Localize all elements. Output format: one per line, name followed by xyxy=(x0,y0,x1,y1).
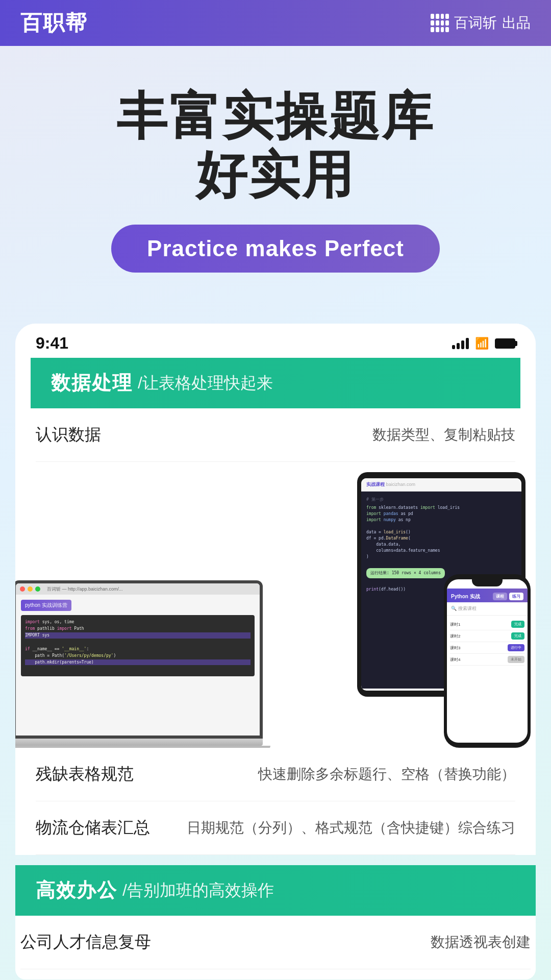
iphone-tab-course[interactable]: 课程 xyxy=(493,593,507,600)
row-label: 公司人才信息复母 xyxy=(20,931,151,953)
signal-icon xyxy=(452,338,469,349)
row-desc: 快速删除多余标题行、空格（替换功能） xyxy=(158,764,515,785)
macbook-course-title: python 实战训练营 xyxy=(21,600,71,611)
macbook-code: import sys, os, time from pathlib import… xyxy=(21,615,255,676)
list-item-label: 课时2 xyxy=(450,633,460,639)
iphone-title: Python 实战 xyxy=(451,593,480,600)
iphone-screen: Python 实战 课程 练习 🔍 搜索课程 课时1 完成 xyxy=(447,579,528,743)
iphone-frame: Python 实战 课程 练习 🔍 搜索课程 课时1 完成 xyxy=(444,574,531,748)
row-label: 认识数据 xyxy=(36,424,158,446)
row-label: 残缺表格规范 xyxy=(36,763,158,786)
category1-title: 数据处理 xyxy=(51,370,133,396)
list-item-badge: 进行中 xyxy=(508,644,524,651)
list-item-label: 课时3 xyxy=(450,645,460,651)
app-header: 百职帮 百词斩 出品 xyxy=(0,0,551,46)
macbook-title-bar: 百词斩 — http://app.baicizhan.com/... xyxy=(47,586,123,593)
brand-section: 百词斩 出品 xyxy=(431,13,531,33)
row-label: 物流仓储表汇总 xyxy=(36,817,158,839)
table-row: 认识数据 数据类型、复制粘贴技 xyxy=(36,408,515,462)
row-desc: 日期规范（分列）、格式规范（含快捷键）综合练习 xyxy=(158,817,515,839)
hero-section: 丰富实操题库 好实用 Practice makes Perfect xyxy=(0,46,551,324)
iphone-header: Python 实战 课程 练习 xyxy=(447,589,528,602)
macbook-foot xyxy=(15,746,270,748)
devices-showcase: 百词斩 — http://app.baicizhan.com/... pytho… xyxy=(15,462,536,748)
macbook-device: 百词斩 — http://app.baicizhan.com/... pytho… xyxy=(15,580,270,748)
ipad-header: 实战课程 baicizhan.com xyxy=(361,478,521,492)
brand-name: 百词斩 xyxy=(454,13,497,33)
battery-icon xyxy=(495,338,515,349)
device-card: 9:41 📶 数据处理 /让表格处理快起来 认识数据 数据类型、复制粘贴技 xyxy=(15,324,536,855)
category1-table: 认识数据 数据类型、复制粘贴技 xyxy=(15,408,536,462)
iphone-notch xyxy=(472,579,503,586)
category2-table: 公司人才信息复母 数据透视表创建 xyxy=(15,916,536,979)
list-item: 课时4 未开始 xyxy=(450,654,524,666)
list-item-badge: 未开始 xyxy=(508,656,524,663)
phone-status-bar: 9:41 📶 xyxy=(15,324,536,358)
hero-title: 丰富实操题库 好实用 xyxy=(31,87,520,204)
list-item: 课时2 完成 xyxy=(450,630,524,642)
category-bar-1: 数据处理 /让表格处理快起来 xyxy=(31,358,520,408)
brand-grid-icon xyxy=(431,14,449,32)
iphone-tab-practice[interactable]: 练习 xyxy=(509,593,523,600)
iphone-list: 课时1 完成 课时2 完成 课时3 进行中 课时4 xyxy=(447,616,528,669)
macbook-screen: 百词斩 — http://app.baicizhan.com/... pytho… xyxy=(15,580,263,739)
category1-bottom-table: 残缺表格规范 快速删除多余标题行、空格（替换功能） 物流仓储表汇总 日期规范（分… xyxy=(15,748,536,855)
table-row: 残缺表格规范 快速删除多余标题行、空格（替换功能） xyxy=(36,748,515,801)
list-item: 课时1 完成 xyxy=(450,619,524,630)
category-bar-2: 高效办公 /告别加班的高效操作 xyxy=(15,865,536,916)
wifi-icon: 📶 xyxy=(475,337,489,350)
list-item-badge: 完成 xyxy=(511,632,524,640)
iphone-search[interactable]: 🔍 搜索课程 xyxy=(447,602,528,616)
list-item-label: 课时4 xyxy=(450,657,460,663)
table-row: 公司人才信息复母 数据透视表创建 xyxy=(20,916,531,969)
category2-title: 高效办公 xyxy=(36,877,117,903)
phone-time: 9:41 xyxy=(36,334,68,353)
app-logo: 百职帮 xyxy=(20,9,88,37)
table-row: 物流仓储表汇总 日期规范（分列）、格式规范（含快捷键）综合练习 xyxy=(36,801,515,855)
hero-badge[interactable]: Practice makes Perfect xyxy=(111,225,440,273)
category1-subtitle: /让表格处理快起来 xyxy=(138,372,273,395)
iphone-device: Python 实战 课程 练习 🔍 搜索课程 课时1 完成 xyxy=(444,574,531,748)
list-item: 课时3 进行中 xyxy=(450,642,524,654)
brand-suffix: 出品 xyxy=(502,13,531,33)
hero-title-line2: 好实用 xyxy=(31,145,520,204)
list-item-badge: 完成 xyxy=(511,621,524,628)
hero-title-line1: 丰富实操题库 xyxy=(31,87,520,145)
row-desc: 数据类型、复制粘贴技 xyxy=(158,424,515,446)
phone-status-icons: 📶 xyxy=(452,337,515,350)
macbook-base xyxy=(15,739,263,746)
macbook-content: python 实战训练营 import sys, os, time from p… xyxy=(16,595,260,681)
category2-subtitle: /告别加班的高效操作 xyxy=(122,879,274,902)
list-item-label: 课时1 xyxy=(450,622,460,627)
row-desc: 数据透视表创建 xyxy=(151,932,531,953)
